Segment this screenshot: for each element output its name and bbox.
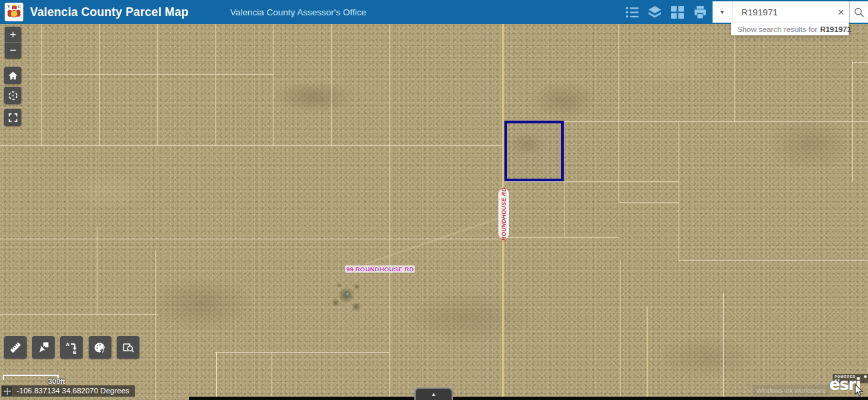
- coordinate-widget: -106.837134 34.682070 Degrees: [1, 385, 135, 397]
- a-to-b-route-icon: AB: [65, 341, 78, 354]
- print-button[interactable]: [693, 5, 707, 19]
- map-search-icon: [121, 341, 135, 354]
- search-suggestion[interactable]: Show search results for R191971: [731, 23, 849, 35]
- my-location-button[interactable]: [4, 87, 21, 104]
- basemap-grid-icon: [671, 5, 685, 19]
- address-label: 99 ROUNDHOUSE RD: [345, 265, 415, 273]
- parcel-line: [272, 352, 272, 400]
- zoom-in-button[interactable]: +: [5, 27, 21, 43]
- parcel-line: [99, 24, 100, 145]
- home-icon: [7, 70, 19, 81]
- draw-tool-button[interactable]: [89, 336, 111, 359]
- parcel-line: [97, 227, 97, 314]
- mouse-cursor: [855, 384, 863, 399]
- parcel-line: [41, 74, 273, 75]
- parcel-line: [155, 250, 156, 400]
- parcel-line: [564, 181, 564, 238]
- parcel-line: [723, 293, 724, 400]
- parcel-line: [215, 24, 215, 145]
- parcel-line: [620, 260, 620, 400]
- fullscreen-icon: [7, 112, 19, 123]
- parcel-line: [216, 352, 217, 400]
- search-input-box: ✕: [733, 1, 849, 23]
- homestead-structure: [330, 279, 367, 316]
- seal-circle: [10, 10, 18, 17]
- road-label-text: ROUNDHOUSE RD: [500, 187, 507, 241]
- fullscreen-button[interactable]: [4, 109, 21, 126]
- legend-icon: [625, 5, 639, 19]
- page-subtitle: Valencia County Assessor's Office: [230, 7, 366, 17]
- parcel-line: [646, 307, 648, 400]
- ruler-icon: [9, 341, 22, 354]
- parcel-line: [852, 62, 868, 63]
- query-tool-button[interactable]: [117, 336, 139, 359]
- home-extent-button[interactable]: [4, 67, 21, 84]
- coordinate-readout: -106.837134 34.682070 Degrees: [13, 385, 135, 397]
- attribute-table-toggle[interactable]: ▲: [414, 387, 453, 400]
- county-seal-logo: V C: [5, 3, 23, 21]
- legend-button[interactable]: [624, 5, 639, 19]
- bottom-panel-edge: [189, 397, 868, 400]
- measurement-tool-button[interactable]: [4, 336, 27, 359]
- directions-tool-button[interactable]: AB: [60, 336, 83, 359]
- zoom-out-button[interactable]: −: [5, 43, 21, 59]
- parcel-line: [679, 260, 868, 261]
- road-label: ROUNDHOUSE RD: [498, 189, 509, 239]
- clear-search-icon[interactable]: ✕: [837, 8, 845, 17]
- parcel-line: [679, 122, 679, 260]
- svg-text:B: B: [73, 350, 76, 354]
- selected-parcel-outline[interactable]: [504, 121, 564, 181]
- suggestion-term: R191971: [820, 25, 851, 33]
- parcel-line: [0, 314, 158, 315]
- parcel-line: [618, 24, 619, 202]
- parcel-line: [389, 24, 390, 400]
- locate-icon: [7, 90, 19, 101]
- palette-icon: [93, 341, 107, 354]
- seal-letter-v: V: [7, 5, 10, 9]
- parcel-line: [618, 202, 679, 203]
- crosshair-move-icon[interactable]: [1, 385, 13, 397]
- page-title: Valencia County Parcel Map: [30, 5, 189, 19]
- app-window: ROUNDHOUSE RD 99 ROUNDHOUSE RD V C Valen…: [0, 0, 868, 400]
- search-icon: [853, 7, 865, 18]
- layers-icon: [648, 5, 662, 19]
- search-source-dropdown[interactable]: ▼: [713, 1, 733, 23]
- header-toolbar: [624, 0, 707, 24]
- windows-ink-watermark: Windows Ink Workspace: [752, 385, 831, 396]
- select-area-icon: [37, 341, 50, 354]
- parcel-line: [503, 181, 679, 182]
- basemap-gallery-button[interactable]: [670, 5, 685, 19]
- parcel-line: [734, 24, 735, 122]
- scale-label: 300ft: [48, 377, 65, 385]
- layers-button[interactable]: [647, 5, 662, 19]
- app-header: V C Valencia County Parcel Map Valencia …: [0, 0, 868, 24]
- svg-text:A: A: [66, 342, 69, 347]
- parcel-line: [273, 24, 274, 145]
- print-icon: [693, 5, 707, 19]
- parcel-line: [215, 352, 389, 353]
- seal-crown: [12, 5, 17, 9]
- search-input[interactable]: [733, 7, 835, 18]
- parcel-line: [157, 24, 158, 145]
- select-tool-button[interactable]: [32, 336, 55, 359]
- zoom-control-group: + −: [5, 27, 21, 59]
- seal-letter-c: C: [18, 5, 21, 9]
- parcel-line: [41, 24, 42, 145]
- parcel-line: [331, 24, 332, 145]
- suggestion-prefix: Show search results for: [737, 25, 817, 33]
- search-button[interactable]: [849, 1, 868, 23]
- parcel-line: [0, 239, 503, 239]
- search-widget: ▼ ✕: [713, 1, 868, 23]
- parcel-line: [506, 237, 618, 238]
- parcel-line: [0, 145, 503, 146]
